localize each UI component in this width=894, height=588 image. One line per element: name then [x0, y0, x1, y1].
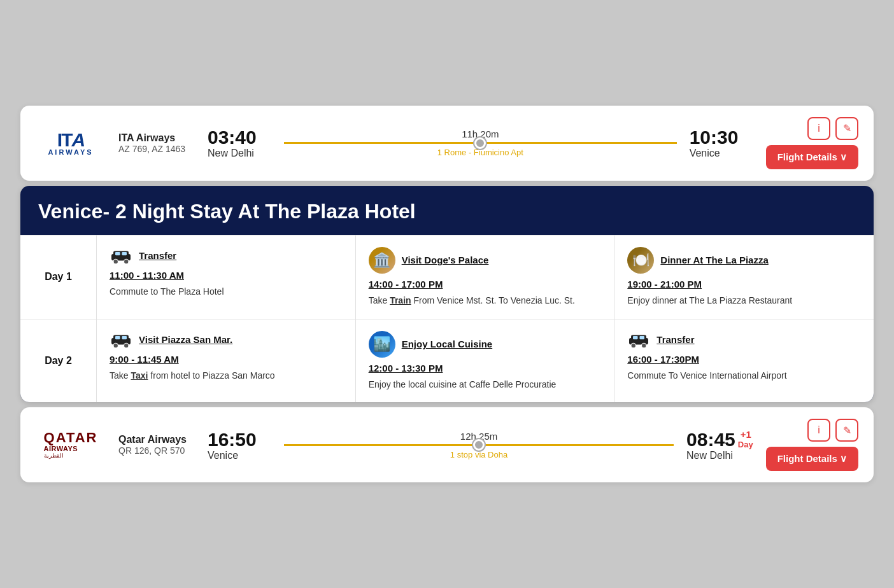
main-container: ITA AIRWAYS ITA Airways AZ 769, AZ 1463 …	[20, 106, 874, 482]
flight1-arrive-city: Venice	[690, 148, 720, 159]
flight2-airline-code: QR 126, QR 570	[118, 445, 195, 456]
flight2-info-button[interactable]: i	[807, 419, 830, 442]
flight2-actions: i ✎ Flight Details ∨	[766, 419, 858, 471]
svg-rect-17	[640, 336, 645, 339]
day2-act2-header: 🏙️ Enjoy Local Cuisine	[369, 331, 602, 358]
day1-act3-time: 19:00 - 21:00 PM	[627, 279, 861, 290]
day1-row: Day 1 Tra	[20, 235, 874, 319]
qatar-text: QATAR	[44, 431, 98, 445]
svg-point-14	[631, 343, 636, 348]
flight2-icon-btns: i ✎	[807, 419, 858, 442]
flight1-stop-dot	[474, 137, 486, 149]
day1-act2-header: 🏛️ Visit Doge's Palace	[369, 247, 602, 274]
car-icon	[110, 247, 132, 265]
day1-act2-time: 14:00 - 17:00 PM	[369, 279, 602, 290]
palace-icon: 🏛️	[369, 247, 395, 274]
day2-act2-title: Enjoy Local Cuisine	[402, 339, 493, 349]
flight1-depart-time: 03:40	[208, 127, 257, 148]
flight2-arrive: 08:45 +1 Day New Delhi	[686, 429, 753, 461]
svg-point-8	[113, 343, 118, 348]
flight1-edit-button[interactable]: ✎	[835, 117, 858, 140]
flight1-depart: 03:40 New Delhi	[208, 127, 271, 159]
car-icon-2	[110, 331, 132, 349]
flight2-middle: 12h 25m 1 stop via Doha	[284, 431, 674, 459]
day2-act3-header: Transfer	[627, 331, 861, 349]
restaurant-icon: 🍽️	[627, 247, 654, 274]
day1-act2-desc: Take Train From Venice Mst. St. To Venez…	[369, 295, 602, 307]
flight1-track	[284, 142, 677, 144]
day2-activity3: Transfer 16:00 - 17:30PM Commute To Veni…	[614, 319, 874, 403]
day1-act1-title: Transfer	[139, 250, 176, 261]
svg-point-2	[113, 259, 118, 264]
svg-point-15	[642, 343, 647, 348]
day2-label: Day 2	[20, 319, 97, 403]
ita-airways-label: AIRWAYS	[48, 148, 93, 156]
hotel-header: Venice- 2 Night Stay At The Plaza Hotel	[20, 186, 874, 235]
flight2-edit-button[interactable]: ✎	[835, 419, 858, 442]
day1-act1-header: Transfer	[110, 247, 343, 265]
flight2-details-button[interactable]: Flight Details ∨	[766, 447, 858, 471]
svg-rect-10	[115, 336, 120, 339]
flight1-arrive-time: 10:30	[690, 127, 739, 148]
ita-logo: ITA AIRWAYS	[36, 130, 106, 156]
day1-act1-time: 11:00 - 11:30 AM	[110, 270, 343, 281]
svg-rect-4	[115, 252, 120, 255]
day1-activity3: 🍽️ Dinner At The La Piazza 19:00 - 21:00…	[614, 235, 874, 319]
day2-act1-header: Visit Piazza San Mar.	[110, 331, 343, 349]
svg-rect-11	[122, 336, 127, 339]
hotel-body: Day 1 Tra	[20, 235, 874, 402]
flight2-plus-one-day: Day	[738, 440, 753, 449]
flight1-line	[284, 142, 677, 144]
qatar-logo-wrap: QATAR AIRWAYS القطرية	[44, 431, 98, 459]
svg-point-9	[124, 343, 129, 348]
qatar-arabic: القطرية	[44, 452, 64, 459]
day1-act3-desc: Enjoy dinner at The La Piazza Restaurant	[627, 295, 861, 307]
qatar-logo: QATAR AIRWAYS القطرية	[36, 431, 106, 459]
day2-activity2: 🏙️ Enjoy Local Cuisine 12:00 - 13:30 PM …	[356, 319, 615, 403]
flight1-airline-name: ITA Airways	[118, 132, 195, 144]
flight2-track	[284, 444, 674, 446]
day2-row: Day 2 Vis	[20, 319, 874, 403]
flight1-airline-code: AZ 769, AZ 1463	[118, 144, 195, 154]
flight2-stop-dot	[473, 439, 485, 451]
day2-act3-time: 16:00 - 17:30PM	[627, 354, 861, 365]
day1-act3-header: 🍽️ Dinner At The La Piazza	[627, 247, 861, 274]
flight2-depart-city: Venice	[208, 450, 238, 461]
flight2-airline-info: Qatar Airways QR 126, QR 570	[118, 434, 195, 456]
flight1-details-button[interactable]: Flight Details ∨	[766, 145, 858, 169]
flight2-depart: 16:50 Venice	[208, 429, 271, 461]
flight1-icon-btns: i ✎	[807, 117, 858, 140]
flight2-arrive-time-group: 08:45 +1 Day	[686, 429, 753, 450]
flight1-arrive: 10:30 Venice	[690, 127, 753, 159]
day1-label: Day 1	[20, 235, 97, 319]
flight1-depart-city: New Delhi	[208, 148, 254, 159]
flight1-info-button[interactable]: i	[807, 117, 830, 140]
piazza-icon: 🏙️	[369, 331, 395, 358]
car-icon-3	[627, 331, 650, 349]
flight2-arrive-time: 08:45	[686, 429, 735, 450]
svg-rect-5	[122, 252, 127, 255]
day1-activity2: 🏛️ Visit Doge's Palace 14:00 - 17:00 PM …	[356, 235, 615, 319]
day2-act1-time: 9:00 - 11:45 AM	[110, 354, 343, 365]
day2-act3-desc: Commute To Venice International Airport	[627, 370, 861, 382]
day2-act1-title: Visit Piazza San Mar.	[139, 334, 232, 345]
day2-act2-desc: Enjoy the local cuisine at Caffe Delle P…	[369, 379, 602, 391]
flight2-card: QATAR AIRWAYS القطرية Qatar Airways QR 1…	[20, 407, 874, 482]
day1-act1-desc: Commute to The Plaza Hotel	[110, 286, 343, 298]
hotel-title: Venice- 2 Night Stay At The Plaza Hotel	[38, 200, 416, 223]
flight2-arrive-city: New Delhi	[686, 450, 733, 461]
day2-act3-title: Transfer	[656, 334, 694, 345]
svg-rect-16	[633, 336, 638, 339]
day2-act1-desc: Take Taxi from hotel to Piazza San Marco	[110, 370, 343, 382]
day2-activity1: Visit Piazza San Mar. 9:00 - 11:45 AM Ta…	[97, 319, 356, 403]
flight2-line	[284, 444, 674, 446]
flight2-plus-one: +1	[741, 429, 753, 440]
flight1-middle: 11h 20m 1 Rome - Fiumicino Apt	[284, 129, 677, 157]
flight1-stop-label: 1 Rome - Fiumicino Apt	[437, 148, 523, 157]
flight1-card: ITA AIRWAYS ITA Airways AZ 769, AZ 1463 …	[20, 106, 874, 181]
flight1-airline-info: ITA Airways AZ 769, AZ 1463	[118, 132, 195, 154]
flight2-stop-label: 1 stop via Doha	[450, 450, 507, 459]
day1-activities: Transfer 11:00 - 11:30 AM Commute to The…	[97, 235, 874, 319]
day1-act2-title: Visit Doge's Palace	[402, 255, 489, 265]
flight1-actions: i ✎ Flight Details ∨	[766, 117, 858, 169]
